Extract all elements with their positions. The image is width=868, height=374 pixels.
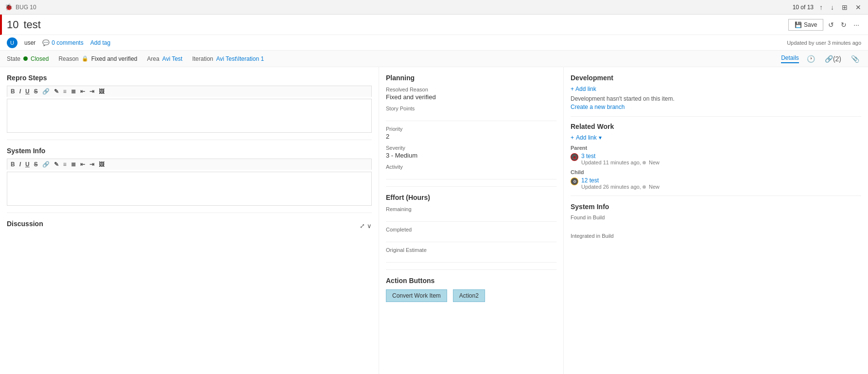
system-info-section: System Info Found in Build Integrated in… <box>571 203 861 248</box>
indent-button[interactable]: ⇥ <box>88 88 96 95</box>
child-item: ⚙ 12 test Updated 26 minutes ago, New <box>571 177 861 190</box>
remaining-label: Remaining <box>386 206 556 212</box>
action-buttons-title: Action Buttons <box>386 277 556 285</box>
parent-id: 3 <box>581 153 585 160</box>
right-divider-2 <box>571 196 861 196</box>
pagination-text: 10 of 13 <box>793 4 814 11</box>
state-field: State Closed <box>7 55 49 62</box>
si-link-button[interactable]: 🔗 <box>41 160 51 168</box>
expand-discussion-button[interactable]: ⤢ <box>360 222 365 230</box>
grid-view-button[interactable]: ⊞ <box>840 2 850 12</box>
found-in-build-field: Found in Build <box>571 214 861 229</box>
repro-steps-section: Repro Steps B I U S 🔗 ✎ ≡ ≣ ⇤ ⇥ 🖼 <box>7 74 372 133</box>
divider-1 <box>7 140 372 140</box>
create-branch-link[interactable]: Create a new branch <box>571 104 625 110</box>
underline-button[interactable]: U <box>24 88 31 95</box>
ul-button[interactable]: ≡ <box>62 88 68 95</box>
code-button[interactable]: ✎ <box>52 88 60 95</box>
si-image-button[interactable]: 🖼 <box>97 160 106 168</box>
attachments-button[interactable]: 📎 <box>849 54 861 64</box>
child-inner-icon: ⚙ <box>571 178 578 185</box>
avatar: U <box>7 37 17 48</box>
si-outdent-button[interactable]: ⇤ <box>79 160 87 168</box>
priority-label: Priority <box>386 126 556 132</box>
repro-steps-editor[interactable] <box>7 99 372 133</box>
story-points-value[interactable] <box>386 112 556 121</box>
save-label: Save <box>804 21 817 28</box>
close-button[interactable]: ✕ <box>853 2 863 12</box>
found-in-build-label: Found in Build <box>571 214 861 220</box>
redo-button[interactable]: ↻ <box>839 20 849 30</box>
si-indent-button[interactable]: ⇥ <box>88 160 96 168</box>
si-underline-button[interactable]: U <box>24 160 31 168</box>
links-button[interactable]: 🔗(2) <box>823 54 843 64</box>
priority-value: 2 <box>386 133 556 140</box>
severity-row: Severity 3 - Medium <box>386 145 556 159</box>
more-options-button[interactable]: ··· <box>851 20 861 30</box>
child-status: New <box>649 184 660 190</box>
updated-info: Updated by user 3 minutes ago <box>787 40 861 46</box>
activity-value[interactable] <box>386 171 556 179</box>
add-related-link-button[interactable]: + Add link ▾ <box>571 134 602 141</box>
parent-item-link[interactable]: 3 test <box>581 153 660 160</box>
chevron-down-icon: ▾ <box>599 134 602 141</box>
area-link[interactable]: Avi Test <box>162 55 183 62</box>
iteration-label: Iteration <box>192 55 213 62</box>
undo-button[interactable]: ↺ <box>826 20 836 30</box>
si-bold-button[interactable]: B <box>9 160 17 168</box>
title-bar: 10 test 💾 Save ↺ ↻ ··· <box>0 15 868 35</box>
bug-icon: 🐞 <box>5 3 13 11</box>
original-estimate-value[interactable] <box>386 254 556 263</box>
area-field: Area Avi Test <box>147 55 182 62</box>
italic-button[interactable]: I <box>18 88 22 95</box>
si-ul-button[interactable]: ≡ <box>62 160 68 168</box>
effort-title: Effort (Hours) <box>386 194 556 201</box>
child-item-link[interactable]: 12 test <box>581 177 660 184</box>
save-button[interactable]: 💾 Save <box>788 19 823 31</box>
system-info-editor[interactable] <box>7 172 372 206</box>
top-bar-left: 🐞 BUG 10 <box>5 3 36 11</box>
state-value[interactable]: Closed <box>31 55 49 62</box>
link-toolbar-button[interactable]: 🔗 <box>41 88 51 95</box>
priority-row: Priority 2 <box>386 126 556 140</box>
completed-value[interactable] <box>386 233 556 242</box>
comments-button[interactable]: 💬 0 comments <box>42 39 83 46</box>
panel-divider-2 <box>386 269 556 270</box>
si-strikethrough-button[interactable]: S <box>33 160 39 168</box>
child-meta: Updated 26 minutes ago, New <box>581 184 660 190</box>
image-button[interactable]: 🖼 <box>97 88 106 95</box>
convert-work-item-button[interactable]: Convert Work Item <box>386 289 447 302</box>
ol-button[interactable]: ≣ <box>69 88 77 95</box>
history-button[interactable]: 🕐 <box>805 54 817 64</box>
remaining-value[interactable] <box>386 213 556 222</box>
child-item-details: 12 test Updated 26 minutes ago, New <box>581 177 660 190</box>
child-section: Child ⚙ 12 test Updated 26 minutes ago, … <box>571 169 861 190</box>
prev-item-button[interactable]: ↑ <box>817 2 825 12</box>
iteration-link[interactable]: Avi Test\Iteration 1 <box>216 55 264 62</box>
parent-meta-text: Updated 11 minutes ago, <box>581 160 641 165</box>
discussion-title: Discussion <box>7 220 43 228</box>
si-code-button[interactable]: ✎ <box>52 160 60 168</box>
add-tag-button[interactable]: Add tag <box>90 39 110 46</box>
integrated-in-build-value[interactable] <box>571 240 861 248</box>
repro-steps-title: Repro Steps <box>7 74 372 82</box>
details-tab[interactable]: Details <box>781 54 799 63</box>
si-italic-button[interactable]: I <box>18 160 22 168</box>
collapse-discussion-button[interactable]: ∨ <box>367 222 372 230</box>
parent-status-dot <box>642 161 646 164</box>
outdent-button[interactable]: ⇤ <box>79 88 87 95</box>
action2-button[interactable]: Action2 <box>453 289 485 302</box>
child-status-dot <box>642 185 646 189</box>
state-indicator <box>23 56 28 61</box>
si-ol-button[interactable]: ≣ <box>69 160 77 168</box>
user-name: user <box>24 39 35 46</box>
add-dev-link-button[interactable]: + Add link <box>571 86 596 92</box>
related-work-title: Related Work <box>571 123 861 130</box>
comment-icon: 💬 <box>42 39 50 46</box>
resolved-reason-row: Resolved Reason Fixed and verified <box>386 87 556 101</box>
next-item-button[interactable]: ↓ <box>829 2 836 12</box>
bold-button[interactable]: B <box>9 88 17 95</box>
lock-icon: 🔒 <box>82 55 88 62</box>
strikethrough-button[interactable]: S <box>33 88 39 95</box>
found-in-build-value[interactable] <box>571 221 861 229</box>
